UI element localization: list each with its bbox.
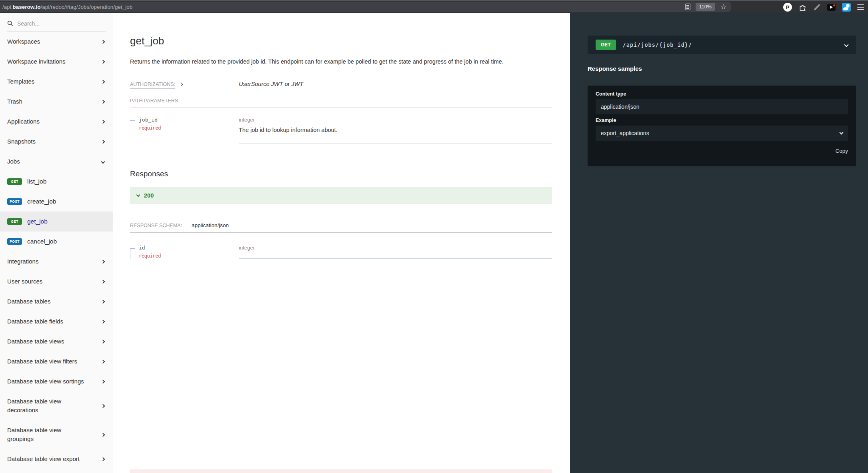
duck-extension-icon[interactable] [842,3,851,12]
sidebar-item-templates[interactable]: Templates [0,72,113,92]
sidebar-item-label: Workspaces [7,37,40,46]
sidebar-item-database-table-view-filters[interactable]: Database table view filters [0,351,113,371]
chevron-right-icon [101,339,105,343]
operation-description: Returns the information related to the p… [130,58,552,66]
sidebar-item-applications[interactable]: Applications [0,112,113,132]
authorizations-value: UserSource JWT or JWT [239,81,303,87]
sidebar-item-list-job[interactable]: GETlist_job [0,172,113,192]
response-404-toggle[interactable] [130,469,552,473]
sample-body: Content type application/json Example ex… [588,86,856,166]
sidebar-item-database-table-view-sortings[interactable]: Database table view sortings [0,371,113,391]
search-icon [7,20,13,26]
sidebar-item-workspaces[interactable]: Workspaces [0,32,113,52]
get-method-badge: GET [7,178,22,185]
chevron-right-icon [101,319,105,323]
responses-heading: Responses [130,170,552,178]
post-method-badge: POST [7,198,22,205]
endpoint-path: /api/jobs/{job_id}/ [623,42,692,48]
sidebar-item-workspace-invitations[interactable]: Workspace invitations [0,52,113,72]
sidebar-item-label: Database table view groupings [7,426,89,443]
sidebar-item-cancel-job[interactable]: POSTcancel_job [0,232,113,251]
url-text: /api.baserow.io/api/redoc/#tag/Jobs/oper… [2,4,685,10]
auth-scheme: UserSource JWT [239,81,283,87]
sidebar-item-label: Workspace invitations [7,57,66,66]
example-select[interactable]: export_applications [596,126,848,141]
post-method-badge: POST [7,238,22,245]
menu-icon[interactable] [857,4,864,10]
sidebar-item-label: Templates [7,77,34,86]
address-bar[interactable]: /api.baserow.io/api/redoc/#tag/Jobs/oper… [0,2,731,12]
example-selected-value: export_applications [601,130,649,136]
sidebar-item-database-table-fields[interactable]: Database table fields [0,311,113,331]
sidebar-item-label: list_job [27,178,46,185]
sidebar-item-label: User sources [7,277,42,286]
path-parameter-row: job_id required integer The job id to lo… [130,108,552,144]
response-200-toggle[interactable]: 200 [130,187,552,204]
extension-p-icon[interactable]: P [783,3,792,12]
response-samples-title: Response samples [588,65,856,72]
endpoint-bar[interactable]: GET /api/jobs/{job_id}/ [588,36,856,54]
sidebar-item-integrations[interactable]: Integrations [0,251,113,271]
tree-connector [130,239,139,259]
chevron-right-icon [101,379,105,383]
required-badge: required [139,125,161,131]
sidebar-item-database-table-view-export[interactable]: Database table view export [0,449,113,469]
sidebar-item-label: Database table view export [7,455,80,463]
page-title: get_job [130,35,552,47]
chevron-down-icon [101,160,105,164]
sidebar-item-snapshots[interactable]: Snapshots [0,132,113,152]
field-type: integer [239,245,552,251]
tree-connector [130,117,139,144]
sidebar-item-database-table-views[interactable]: Database table views [0,331,113,351]
sidebar-item-database-tables[interactable]: Database tables [0,291,113,311]
sidebar: WorkspacesWorkspace invitationsTemplates… [0,13,113,473]
search-box[interactable] [7,17,106,32]
sidebar-item-label: Database table views [7,337,64,346]
chevron-right-icon [101,40,105,44]
auth-scheme: or [283,81,291,87]
content-type-label: Content type [596,91,848,97]
sidebar-item-jobs[interactable]: Jobs [0,152,113,172]
sidebar-item-label: Integrations [7,257,38,266]
sidebar-item-database-table-view-decorations[interactable]: Database table view decorations [0,391,113,420]
url-prefix: /api. [2,4,13,10]
response-schema-content-type[interactable]: application/json [192,222,229,228]
search-input[interactable] [17,20,89,27]
chevron-right-icon [101,80,105,84]
chevron-down-icon [136,193,140,197]
chevron-right-icon [101,359,105,363]
sidebar-item-label: Jobs [7,157,20,166]
chevron-right-icon [101,140,105,144]
sidebar-item-get-job[interactable]: GETget_job [0,212,113,232]
url-path: /api/redoc/#tag/Jobs/operation/get_job [41,4,133,10]
chevron-right-icon [101,404,105,408]
chevron-right-icon [101,279,105,283]
samples-panel: GET /api/jobs/{job_id}/ Response samples… [570,13,868,473]
chevron-right-icon [101,299,105,303]
zoom-badge[interactable]: 110% [696,3,715,11]
sidebar-menu: WorkspacesWorkspace invitationsTemplates… [0,32,113,469]
schema-fields: idrequiredinteger [130,239,552,259]
authorizations-label: AUTHORIZATIONS: [130,82,175,89]
video-extension-icon[interactable] [827,4,836,11]
main-content: get_job Returns the information related … [113,13,570,473]
content-type-value: application/json [596,99,848,114]
authorizations-toggle[interactable]: AUTHORIZATIONS: [130,80,239,88]
path-parameters-header: PATH PARAMETERS [130,98,552,108]
puzzle-extension-icon[interactable] [798,3,807,12]
chevron-right-icon [101,60,105,64]
bookmark-star-icon[interactable]: ☆ [720,3,727,10]
pencil-extension-icon[interactable] [814,4,820,10]
required-badge: required [139,253,239,259]
sidebar-item-trash[interactable]: Trash [0,92,113,112]
schema-row-id: idrequiredinteger [130,239,552,259]
sidebar-item-label: get_job [27,218,48,225]
chevron-right-icon [101,100,105,104]
sidebar-item-database-table-view-groupings[interactable]: Database table view groupings [0,420,113,449]
chevron-down-icon [840,130,844,134]
parameter-description: The job id to lookup information about. [239,126,552,134]
reader-mode-icon[interactable] [685,4,690,10]
sidebar-item-create-job[interactable]: POSTcreate_job [0,192,113,212]
sidebar-item-user-sources[interactable]: User sources [0,271,113,291]
copy-button[interactable]: Copy [835,148,848,154]
